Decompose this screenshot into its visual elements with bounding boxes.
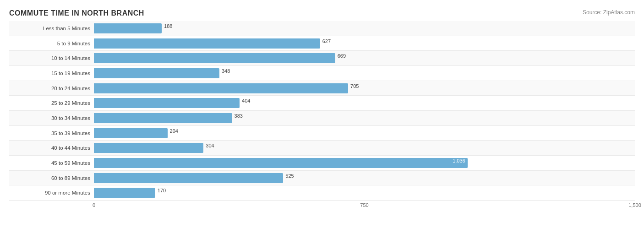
- bar-fill: 188: [94, 23, 162, 33]
- bar-value: 383: [235, 113, 243, 119]
- bar-label: 15 to 19 Minutes: [9, 71, 94, 76]
- chart-area: Less than 5 Minutes1885 to 9 Minutes6271…: [9, 21, 635, 210]
- bar-label: 30 to 34 Minutes: [9, 115, 94, 121]
- bar-label: 60 to 89 Minutes: [9, 175, 94, 181]
- bar-row: 5 to 9 Minutes627: [9, 36, 635, 51]
- bar-value: 348: [222, 68, 230, 74]
- bar-track: 188: [94, 23, 635, 33]
- bar-row: 20 to 24 Minutes705: [9, 81, 635, 96]
- bar-value: 304: [206, 143, 214, 148]
- bar-track: 404: [94, 98, 635, 108]
- bar-row: 15 to 19 Minutes348: [9, 66, 635, 81]
- bar-label: 45 to 59 Minutes: [9, 160, 94, 166]
- bar-fill: 170: [94, 188, 155, 198]
- bar-label: 5 to 9 Minutes: [9, 41, 94, 46]
- bar-row: 45 to 59 Minutes1,036: [9, 156, 635, 171]
- x-axis-tick: 0: [93, 202, 95, 208]
- bar-value: 188: [164, 23, 172, 29]
- bar-value: 525: [285, 173, 294, 179]
- bar-row: 25 to 29 Minutes404: [9, 96, 635, 111]
- chart-title: COMMUTE TIME IN NORTH BRANCH: [9, 9, 635, 17]
- bar-fill: 1,036: [94, 158, 468, 168]
- bar-fill: 304: [94, 143, 203, 153]
- bar-track: 669: [94, 53, 635, 63]
- bar-track: 383: [94, 113, 635, 123]
- bar-value: 705: [350, 83, 359, 89]
- bar-fill: 204: [94, 128, 168, 138]
- bar-label: 20 to 24 Minutes: [9, 86, 94, 91]
- bar-label: 90 or more Minutes: [9, 190, 94, 196]
- bar-row: 35 to 39 Minutes204: [9, 126, 635, 141]
- bar-row: 90 or more Minutes170: [9, 185, 635, 201]
- bar-track: 627: [94, 38, 635, 49]
- bar-fill: 669: [94, 53, 335, 63]
- bar-value: 170: [158, 188, 166, 193]
- source-text: Source: ZipAtlas.com: [583, 9, 635, 16]
- bar-track: 304: [94, 143, 635, 153]
- bar-row: 30 to 34 Minutes383: [9, 111, 635, 126]
- bar-row: 10 to 14 Minutes669: [9, 51, 635, 66]
- bar-value: 404: [242, 98, 250, 103]
- bar-label: 10 to 14 Minutes: [9, 55, 94, 61]
- bar-track: 705: [94, 83, 635, 93]
- bar-fill: 525: [94, 173, 283, 183]
- bar-label: 35 to 39 Minutes: [9, 130, 94, 136]
- bar-label: 40 to 44 Minutes: [9, 145, 94, 151]
- bar-track: 525: [94, 173, 635, 183]
- bar-fill: 627: [94, 38, 320, 49]
- bar-fill: 705: [94, 83, 348, 93]
- x-axis-tick: 1,500: [628, 202, 641, 208]
- x-axis-tick: 750: [360, 202, 368, 208]
- bar-row: 60 to 89 Minutes525: [9, 171, 635, 186]
- bar-track: 204: [94, 128, 635, 138]
- bar-label: Less than 5 Minutes: [9, 26, 94, 31]
- bar-value: 1,036: [453, 158, 465, 163]
- bar-row: 40 to 44 Minutes304: [9, 141, 635, 156]
- bar-value: 627: [322, 38, 331, 44]
- bar-label: 25 to 29 Minutes: [9, 100, 94, 106]
- x-axis: 07501,500: [94, 201, 635, 210]
- bar-track: 348: [94, 68, 635, 78]
- bar-fill: 404: [94, 98, 240, 108]
- bar-track: 1,036: [94, 158, 635, 168]
- bar-track: 170: [94, 188, 635, 198]
- bars-section: Less than 5 Minutes1885 to 9 Minutes6271…: [9, 21, 635, 201]
- bar-fill: 383: [94, 113, 232, 123]
- bar-value: 669: [338, 53, 346, 59]
- bar-value: 204: [170, 128, 178, 134]
- bar-row: Less than 5 Minutes188: [9, 21, 635, 36]
- bar-fill: 348: [94, 68, 219, 78]
- chart-container: COMMUTE TIME IN NORTH BRANCH Source: Zip…: [0, 0, 644, 239]
